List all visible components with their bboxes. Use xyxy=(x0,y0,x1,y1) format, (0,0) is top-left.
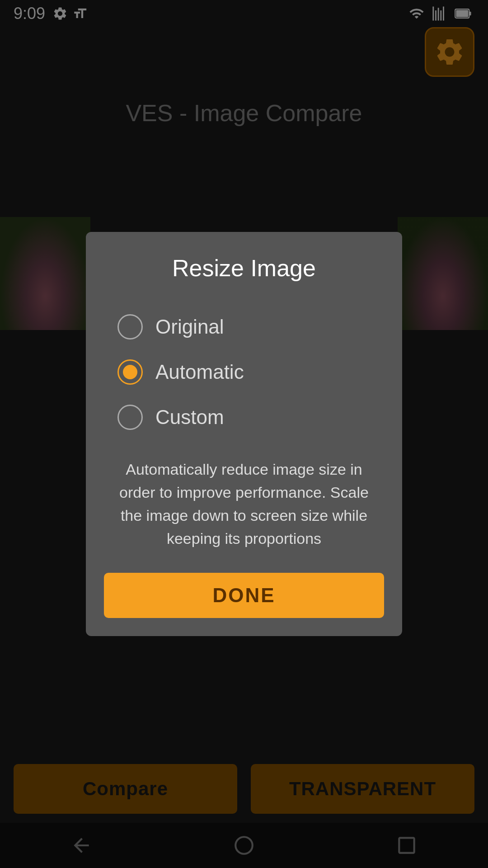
radio-label-automatic: Automatic xyxy=(155,361,244,383)
radio-circle-custom xyxy=(117,405,143,430)
radio-circle-automatic xyxy=(117,359,143,385)
radio-original[interactable]: Original xyxy=(104,304,384,349)
resize-dialog: Resize Image Original Automatic Custom A… xyxy=(86,232,402,636)
radio-custom[interactable]: Custom xyxy=(104,395,384,440)
radio-label-custom: Custom xyxy=(155,406,224,429)
radio-automatic[interactable]: Automatic xyxy=(104,349,384,395)
radio-label-original: Original xyxy=(155,316,224,338)
dialog-title: Resize Image xyxy=(104,255,384,282)
radio-inner-automatic xyxy=(123,365,137,379)
dialog-description: Automatically reduce image size in order… xyxy=(104,458,384,550)
done-button[interactable]: DONE xyxy=(104,573,384,618)
radio-circle-original xyxy=(117,314,143,340)
radio-group: Original Automatic Custom xyxy=(104,304,384,440)
